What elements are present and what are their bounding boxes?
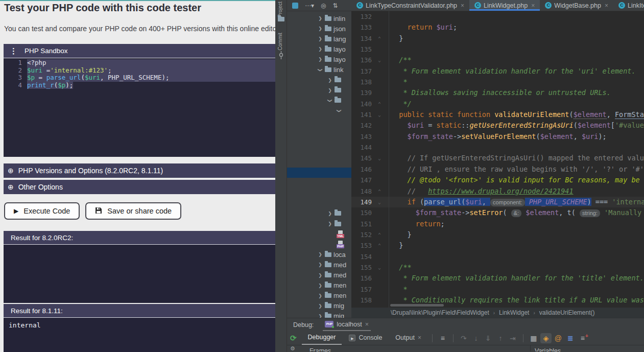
- sandbox-code-editor[interactable]: 1<?php2$uri ='internal:#123';3$p = parse…: [4, 58, 275, 157]
- chevron-right-icon[interactable]: ❯: [318, 262, 323, 267]
- execute-code-button[interactable]: ▶ Execute Code: [4, 202, 80, 220]
- editor-hscrollbar[interactable]: [390, 304, 444, 307]
- fold-marker-icon[interactable]: ⌄: [372, 55, 387, 65]
- editor-gutter[interactable]: 155⌄: [351, 262, 389, 273]
- fold-marker-icon[interactable]: ⌃: [372, 240, 387, 251]
- step-out-icon[interactable]: ↑: [495, 333, 506, 343]
- debug-session-tab[interactable]: PHP localhost ×: [323, 318, 371, 331]
- kebab-menu-icon[interactable]: ⋮: [10, 46, 17, 56]
- force-step-into-icon[interactable]: ⇓: [483, 333, 494, 343]
- save-share-button[interactable]: Save or share code: [85, 202, 181, 220]
- editor-gutter[interactable]: 152⌃: [351, 229, 389, 240]
- editor-gutter[interactable]: 146: [351, 164, 389, 175]
- editor-tab[interactable]: CWidgetBase.php×: [540, 0, 613, 11]
- project-tree[interactable]: ❯inlin❯json❯lang❯layo❯layo❯link❯❯❯❯❯❯YML…: [287, 11, 351, 318]
- chevron-down-icon[interactable]: ❯: [318, 67, 323, 73]
- project-view-icon[interactable]: [292, 3, 298, 9]
- gear-icon[interactable]: ⚙: [290, 345, 295, 351]
- fold-marker-icon[interactable]: ⌃: [372, 229, 387, 240]
- tree-item[interactable]: ❯mig: [287, 311, 351, 318]
- tree-item[interactable]: ❯men: [287, 280, 351, 291]
- chevron-right-icon[interactable]: ❯: [318, 46, 323, 52]
- editor-tab[interactable]: CLinkTypeConstraintValidator.php×: [351, 0, 469, 11]
- editor-gutter[interactable]: 139: [351, 87, 389, 98]
- breadcrumb-item[interactable]: validateUriElement(): [539, 309, 595, 316]
- tab-debugger[interactable]: Debugger: [302, 331, 342, 345]
- fold-marker-icon[interactable]: ⌄: [372, 197, 387, 207]
- tree-item[interactable]: ❯: [287, 208, 351, 219]
- tree-item-selected[interactable]: [287, 168, 351, 178]
- run-to-cursor-icon[interactable]: ⇥: [507, 333, 518, 343]
- breadcrumb-item[interactable]: \Drupal\link\Plugin\Field\FieldWidget: [391, 309, 489, 316]
- tree-item[interactable]: ❯mig: [287, 301, 351, 311]
- editor-gutter[interactable]: 138: [351, 77, 389, 87]
- tree-item[interactable]: ❯med: [287, 270, 351, 280]
- tree-item[interactable]: ❯loca: [287, 249, 351, 260]
- step-into-icon[interactable]: ↓: [470, 333, 482, 343]
- chevron-right-icon[interactable]: ❯: [318, 16, 323, 21]
- tree-item[interactable]: ❯inlin: [287, 13, 351, 24]
- chevron-right-icon[interactable]: ❯: [327, 78, 332, 83]
- tree-item[interactable]: ❯: [287, 75, 351, 85]
- editor-gutter[interactable]: 153⌃: [351, 240, 389, 251]
- editor-gutter[interactable]: 148⌃: [351, 186, 389, 197]
- tab-output[interactable]: Output ×: [389, 331, 427, 345]
- editor-gutter[interactable]: 135: [351, 44, 389, 55]
- locate-file-icon[interactable]: ◎: [321, 3, 326, 9]
- tree-item[interactable]: ❯layo: [287, 44, 351, 54]
- chevron-down-icon[interactable]: ❯: [337, 108, 342, 113]
- chevron-right-icon[interactable]: ❯: [318, 314, 323, 318]
- close-tab-icon[interactable]: ×: [605, 2, 608, 9]
- tab-console[interactable]: ▶ Console: [343, 331, 388, 345]
- editor-gutter[interactable]: 150: [351, 207, 389, 218]
- evaluate-expression-icon[interactable]: ▦: [528, 333, 539, 343]
- tree-item[interactable]: YML: [287, 229, 351, 239]
- editor-gutter[interactable]: 154: [351, 251, 389, 262]
- editor-gutter[interactable]: 147: [351, 175, 389, 185]
- editor-gutter[interactable]: 136⌄: [351, 55, 389, 65]
- chevron-right-icon[interactable]: ❯: [327, 88, 332, 93]
- accordion-php-versions[interactable]: ⊕ PHP Versions and Options (8.2.0RC2, 8.…: [4, 163, 275, 178]
- rerun-debug-icon[interactable]: ⟳: [290, 334, 297, 343]
- editor-gutter[interactable]: 156: [351, 273, 389, 284]
- editor-gutter[interactable]: 137: [351, 66, 389, 77]
- fold-marker-icon[interactable]: ⌄: [372, 153, 387, 163]
- step-over-icon[interactable]: ↷: [458, 333, 469, 343]
- fold-marker-icon[interactable]: ⌄: [372, 262, 387, 273]
- chevron-right-icon[interactable]: ❯: [318, 293, 323, 298]
- editor-tab[interactable]: CLinkWidget.php×: [469, 0, 540, 11]
- chevron-right-icon[interactable]: ❯: [327, 221, 332, 226]
- fold-marker-icon[interactable]: ⌄: [372, 109, 387, 120]
- add-to-watches-icon[interactable]: ≡+: [577, 333, 588, 343]
- fold-marker-icon[interactable]: ⌃: [372, 33, 387, 44]
- close-tab-icon[interactable]: ×: [531, 2, 535, 9]
- collapse-all-icon[interactable]: ⇅: [333, 3, 338, 9]
- close-icon[interactable]: ×: [365, 321, 369, 328]
- fold-marker-icon[interactable]: ⌃: [372, 99, 387, 109]
- more-options-icon[interactable]: ⋯▾: [305, 3, 314, 9]
- editor-gutter[interactable]: 151: [351, 219, 389, 229]
- tree-item[interactable]: ❯: [287, 85, 351, 96]
- chevron-right-icon[interactable]: ❯: [318, 273, 323, 278]
- chevron-right-icon[interactable]: ❯: [327, 211, 332, 216]
- editor-gutter[interactable]: 144: [351, 142, 389, 153]
- chevron-right-icon[interactable]: ❯: [318, 283, 323, 288]
- chevron-right-icon[interactable]: ❯: [318, 26, 323, 31]
- chevron-right-icon[interactable]: ❯: [318, 57, 323, 62]
- editor-gutter[interactable]: 149⌄: [351, 197, 389, 207]
- tree-item[interactable]: ❯med: [287, 260, 351, 270]
- tree-item[interactable]: ❯men: [287, 291, 351, 301]
- chevron-right-icon[interactable]: ❯: [318, 36, 323, 41]
- tree-item[interactable]: ❯json: [287, 24, 351, 34]
- close-icon[interactable]: ×: [418, 331, 421, 345]
- editor-gutter[interactable]: 140⌃: [351, 99, 389, 109]
- threads-view-icon[interactable]: ≣: [565, 333, 576, 343]
- editor-gutter[interactable]: 141⌄: [351, 109, 389, 120]
- chevron-down-icon[interactable]: ❯: [327, 98, 332, 103]
- folder-icon[interactable]: [278, 17, 284, 21]
- tree-item[interactable]: ❯: [287, 106, 351, 116]
- tree-item[interactable]: PHP: [287, 239, 351, 249]
- accordion-other-options[interactable]: ⊕ Other Options: [4, 180, 275, 194]
- tree-item[interactable]: ❯layo: [287, 54, 351, 64]
- breadcrumb-item[interactable]: LinkWidget: [499, 309, 529, 316]
